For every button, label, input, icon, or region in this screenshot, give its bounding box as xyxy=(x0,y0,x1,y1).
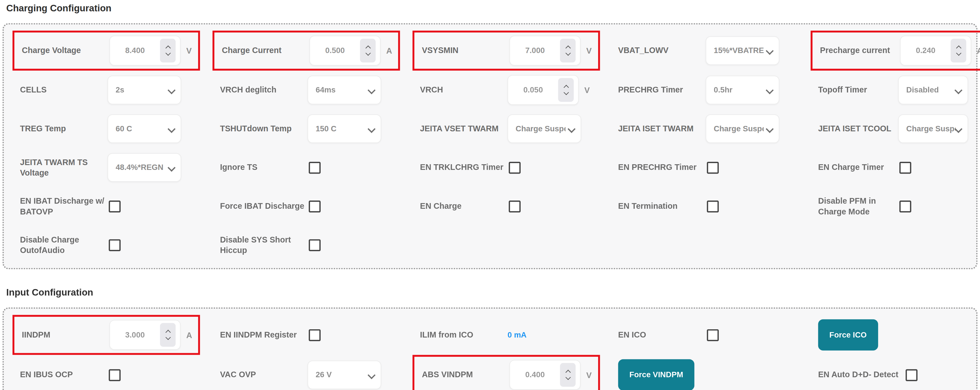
input-panel: IINDPM 3.000 A EN IINDPM Register ILIM f… xyxy=(3,307,977,390)
vsysmin-label: VSYSMIN xyxy=(422,45,509,56)
charger-config-page: Charging Configuration Charge Voltage 8.… xyxy=(0,0,980,390)
chevron-down-icon xyxy=(168,163,176,171)
charge-voltage-stepper[interactable] xyxy=(160,39,176,63)
jeita-vset-twarm-select[interactable]: Charge Suspend xyxy=(508,114,581,143)
stepper-down-icon[interactable] xyxy=(565,375,571,380)
field-en-charge: EN Charge xyxy=(404,187,602,226)
en-charge-timer-label: EN Charge Timer xyxy=(818,162,898,173)
stepper-down-icon[interactable] xyxy=(563,90,569,95)
jeita-iset-twarm-select[interactable]: Charge Suspend xyxy=(706,114,780,143)
vsysmin-stepper[interactable] xyxy=(560,39,576,63)
en-charge-timer-checkbox[interactable] xyxy=(899,161,912,173)
en-termination-label: EN Termination xyxy=(618,201,706,212)
en-ibat-discharge-batovp-checkbox[interactable] xyxy=(109,200,121,212)
jeita-iset-tcool-select[interactable]: Charge Suspend xyxy=(898,114,968,143)
vac-ovp-select[interactable]: 26 V xyxy=(307,360,381,389)
abs-vindpm-input[interactable]: 0.400 xyxy=(509,360,581,390)
field-precharge-current: Precharge current 0.240 A xyxy=(802,31,976,71)
vrch-input[interactable]: 0.050 xyxy=(508,75,579,105)
cells-select[interactable]: 2s xyxy=(108,76,181,104)
field-jeita-iset-tcool: JEITA ISET TCOOL Charge Suspend xyxy=(802,109,976,148)
vac-ovp-label: VAC OVP xyxy=(220,369,307,380)
vbat-lowv-select[interactable]: 15%*VBATREG xyxy=(706,36,780,65)
stepper-down-icon[interactable] xyxy=(956,51,961,56)
en-auto-dpdm-detect-checkbox[interactable] xyxy=(906,369,918,381)
stepper-up-icon[interactable] xyxy=(565,370,571,375)
abs-vindpm-highlight-box: ABS VINDPM 0.400 V xyxy=(412,355,600,390)
charge-voltage-input[interactable]: 8.400 xyxy=(109,36,180,66)
treg-temp-select[interactable]: 60 C xyxy=(108,114,181,143)
field-charge-current: Charge Current 0.500 A xyxy=(204,31,404,71)
field-iindpm: IINDPM 3.000 A xyxy=(4,315,204,355)
chevron-down-icon xyxy=(568,125,575,133)
ilim-from-ico-label: ILIM from ICO xyxy=(420,330,507,341)
charge-current-unit: A xyxy=(386,46,392,55)
jeita-iset-tcool-label: JEITA ISET TCOOL xyxy=(818,123,898,134)
prechrg-timer-value: 0.5hr xyxy=(714,86,733,94)
stepper-up-icon[interactable] xyxy=(165,45,170,51)
ilim-from-ico-value: 0 mA xyxy=(508,330,527,339)
topoff-timer-select[interactable]: Disabled xyxy=(898,76,968,104)
en-iindpm-register-checkbox[interactable] xyxy=(309,329,321,341)
field-topoff-timer: Topoff Timer Disabled xyxy=(802,71,976,110)
stepper-up-icon[interactable] xyxy=(563,85,569,90)
disable-sys-short-hiccup-checkbox[interactable] xyxy=(309,239,321,251)
field-en-ico: EN ICO xyxy=(602,315,802,355)
field-vsysmin: VSYSMIN 7.000 V xyxy=(404,31,602,71)
iindpm-unit: A xyxy=(186,330,192,339)
field-cells: CELLS 2s xyxy=(4,71,204,110)
vrch-deglitch-label: VRCH deglitch xyxy=(220,84,307,95)
stepper-up-icon[interactable] xyxy=(365,45,371,51)
stepper-up-icon[interactable] xyxy=(565,45,571,51)
stepper-up-icon[interactable] xyxy=(165,330,170,335)
en-ibus-ocp-label: EN IBUS OCP xyxy=(20,369,107,380)
stepper-down-icon[interactable] xyxy=(365,51,371,56)
charge-voltage-highlight-box: Charge Voltage 8.400 V xyxy=(13,31,200,71)
chevron-down-icon xyxy=(766,46,774,54)
field-treg-temp: TREG Temp 60 C xyxy=(4,109,204,148)
tshutdown-temp-select[interactable]: 150 C xyxy=(307,114,381,143)
field-en-auto-dpdm-detect: EN Auto D+D- Detect xyxy=(802,355,976,390)
precharge-current-input[interactable]: 0.240 xyxy=(900,36,971,66)
chevron-down-icon xyxy=(955,86,963,94)
ignore-ts-label: Ignore TS xyxy=(220,162,307,173)
chevron-down-icon xyxy=(368,371,375,379)
jeita-twarm-ts-voltage-select[interactable]: 48.4%*REGN xyxy=(108,153,181,182)
field-force-ibat-discharge: Force IBAT Discharge xyxy=(204,187,404,226)
en-ico-checkbox[interactable] xyxy=(707,329,719,341)
en-prechrg-timer-checkbox[interactable] xyxy=(707,161,719,173)
precharge-current-stepper[interactable] xyxy=(950,39,966,63)
en-trklchrg-timer-checkbox[interactable] xyxy=(509,161,521,173)
vrch-stepper[interactable] xyxy=(558,78,574,102)
charge-current-stepper[interactable] xyxy=(360,39,375,63)
field-vrch: VRCH 0.050 V xyxy=(404,71,602,110)
en-ibus-ocp-checkbox[interactable] xyxy=(109,369,121,381)
stepper-up-icon[interactable] xyxy=(956,45,961,51)
vrch-deglitch-select[interactable]: 64ms xyxy=(307,76,381,104)
jeita-iset-twarm-value: Charge Suspend xyxy=(714,124,764,133)
disable-pfm-charge-mode-checkbox[interactable] xyxy=(899,200,912,212)
prechrg-timer-select[interactable]: 0.5hr xyxy=(706,76,780,104)
disable-charge-outofaudio-checkbox[interactable] xyxy=(109,239,121,251)
ignore-ts-checkbox[interactable] xyxy=(309,161,321,173)
force-vindpm-button[interactable]: Force VINDPM xyxy=(618,359,695,390)
iindpm-input[interactable]: 3.000 xyxy=(109,320,180,350)
vbat-lowv-label: VBAT_LOWV xyxy=(618,45,706,56)
iindpm-stepper[interactable] xyxy=(160,323,176,347)
stepper-down-icon[interactable] xyxy=(165,335,170,340)
field-force-ico: Force ICO xyxy=(802,315,976,355)
stepper-down-icon[interactable] xyxy=(165,51,170,56)
en-auto-dpdm-detect-label: EN Auto D+D- Detect xyxy=(818,369,898,380)
abs-vindpm-label: ABS VINDPM xyxy=(422,369,509,380)
stepper-down-icon[interactable] xyxy=(565,51,571,56)
en-termination-checkbox[interactable] xyxy=(707,200,719,212)
vsysmin-input[interactable]: 7.000 xyxy=(509,36,581,66)
en-charge-checkbox[interactable] xyxy=(509,200,521,212)
force-ico-button[interactable]: Force ICO xyxy=(818,319,878,350)
chevron-down-icon xyxy=(766,86,774,94)
force-ibat-discharge-checkbox[interactable] xyxy=(309,200,321,212)
charge-current-input[interactable]: 0.500 xyxy=(309,36,380,66)
charge-current-value: 0.500 xyxy=(310,46,360,55)
abs-vindpm-stepper[interactable] xyxy=(560,363,576,387)
vac-ovp-value: 26 V xyxy=(315,371,332,379)
